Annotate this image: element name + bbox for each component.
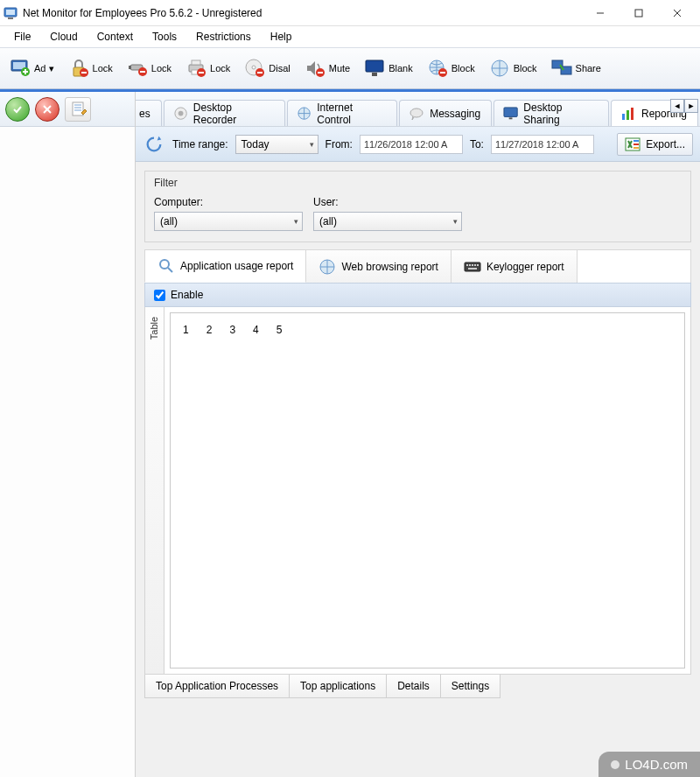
lock-button-2[interactable]: Lock	[121, 51, 178, 86]
enable-bar: Enable	[144, 283, 691, 307]
menu-context[interactable]: Context	[88, 28, 142, 46]
lock-label-1: Lock	[93, 63, 113, 74]
lock-button-1[interactable]: Lock	[62, 51, 119, 86]
tab-scroll-left[interactable]: ◄	[670, 99, 684, 113]
menu-help[interactable]: Help	[262, 28, 301, 46]
col-2[interactable]: 2	[206, 324, 213, 336]
lock-button-3[interactable]: Lock	[179, 51, 236, 86]
table-side-tab[interactable]: Table	[145, 307, 164, 674]
to-label: To:	[470, 138, 484, 150]
computer-select[interactable]: (all)▾	[154, 212, 303, 231]
tab-label: Desktop Sharing	[523, 102, 598, 126]
time-range-label: Time range:	[172, 138, 228, 150]
tab-desktop-sharing[interactable]: Desktop Sharing	[494, 100, 609, 126]
lock-label-3: Lock	[210, 63, 230, 74]
svg-rect-30	[366, 60, 383, 72]
monitor-icon	[503, 106, 518, 122]
block-button-2[interactable]: Block	[483, 51, 543, 86]
col-4[interactable]: 4	[253, 324, 259, 336]
right-pane: es Desktop Recorder Internet Control Mes…	[136, 92, 700, 777]
main-toolbar: Ad ▾ Lock Lock Lock Disal Mute Blank Blo…	[0, 47, 700, 89]
watermark-bullet-icon	[611, 760, 620, 769]
titlebar: Net Monitor for Employees Pro 5.6.2 - Un…	[0, 0, 700, 26]
svg-rect-20	[192, 60, 200, 65]
edit-button[interactable]	[65, 97, 91, 122]
left-actions	[0, 92, 135, 127]
tab-scroll-right[interactable]: ►	[684, 99, 698, 113]
menu-cloud[interactable]: Cloud	[41, 28, 86, 46]
tab-partial[interactable]: es	[136, 100, 162, 126]
svg-rect-63	[472, 264, 473, 266]
share-label: Share	[576, 63, 601, 74]
subtab-web-browsing[interactable]: Web browsing report	[305, 249, 452, 283]
lock-icon	[68, 58, 89, 79]
subtab-app-usage[interactable]: Application usage report	[144, 249, 306, 283]
svg-point-47	[410, 108, 423, 117]
disable-button[interactable]: Disal	[238, 51, 296, 86]
window-title: Net Monitor for Employees Pro 5.6.2 - Un…	[23, 7, 581, 19]
svg-rect-61	[466, 264, 468, 266]
svg-rect-31	[372, 73, 377, 76]
menu-bar: File Cloud Context Tools Restrictions He…	[0, 26, 700, 47]
monitor-add-icon	[10, 58, 31, 79]
col-1[interactable]: 1	[183, 324, 189, 336]
time-range-select[interactable]: Today▾	[235, 135, 318, 154]
tab-desktop-recorder[interactable]: Desktop Recorder	[164, 100, 285, 126]
share-button[interactable]: Share	[545, 51, 607, 86]
tab-messaging[interactable]: Messaging	[399, 100, 492, 126]
from-date-input[interactable]: 11/26/2018 12:00 A	[360, 135, 463, 154]
menu-tools[interactable]: Tools	[144, 28, 186, 46]
computer-value: (all)	[160, 215, 178, 228]
chart-icon	[620, 106, 636, 122]
btab-details[interactable]: Details	[386, 675, 441, 698]
close-button[interactable]	[658, 1, 696, 25]
filter-group: Filter Computer: (all)▾ User: (all)▾	[144, 171, 691, 242]
btab-top-apps[interactable]: Top applications	[289, 675, 387, 698]
minimize-button[interactable]	[581, 1, 620, 25]
mute-label: Mute	[329, 63, 350, 74]
svg-line-58	[168, 268, 172, 272]
app-icon	[4, 6, 18, 20]
subtab-label: Application usage report	[180, 260, 293, 272]
refresh-button[interactable]	[143, 133, 165, 156]
accept-button[interactable]	[5, 97, 30, 122]
reject-button[interactable]	[35, 97, 60, 122]
to-value: 11/27/2018 12:00 A	[495, 139, 578, 150]
mute-button[interactable]: Mute	[298, 51, 356, 86]
block-button-1[interactable]: Block	[421, 51, 481, 86]
svg-rect-66	[468, 268, 477, 270]
globe-block-icon	[427, 58, 448, 79]
export-button[interactable]: Export...	[617, 133, 693, 156]
report-body: Filter Computer: (all)▾ User: (all)▾	[136, 162, 700, 777]
user-value: (all)	[319, 215, 337, 228]
col-3[interactable]: 3	[229, 324, 235, 336]
btab-top-processes[interactable]: Top Application Processes	[144, 675, 290, 698]
blank-button[interactable]: Blank	[358, 51, 419, 86]
watermark-text: LO4D.com	[625, 757, 688, 772]
menu-restrictions[interactable]: Restrictions	[187, 28, 260, 46]
svg-rect-50	[622, 114, 625, 120]
subtab-keylogger[interactable]: Keylogger report	[451, 249, 578, 283]
menu-file[interactable]: File	[5, 28, 39, 46]
monitor-blank-icon	[364, 58, 385, 79]
btab-settings[interactable]: Settings	[440, 675, 500, 698]
col-5[interactable]: 5	[276, 324, 283, 336]
watermark: LO4D.com	[598, 752, 700, 777]
tab-label: Messaging	[430, 108, 480, 120]
add-button[interactable]: Ad ▾	[4, 51, 60, 86]
globe-icon	[318, 258, 336, 276]
maximize-button[interactable]	[620, 1, 658, 25]
user-select[interactable]: (all)▾	[313, 212, 462, 231]
enable-checkbox[interactable]	[154, 290, 165, 301]
time-range-value: Today	[242, 138, 270, 150]
svg-rect-55	[634, 144, 639, 145]
bottom-tabs: Top Application Processes Top applicatio…	[144, 675, 691, 698]
share-icon	[551, 58, 572, 79]
recorder-icon	[173, 106, 188, 122]
to-date-input[interactable]: 11/27/2018 12:00 A	[491, 135, 594, 154]
svg-rect-62	[469, 264, 471, 266]
tab-internet-control[interactable]: Internet Control	[287, 100, 397, 126]
svg-point-25	[252, 66, 256, 69]
tab-label: Desktop Recorder	[193, 102, 274, 126]
globe-icon	[489, 58, 510, 79]
